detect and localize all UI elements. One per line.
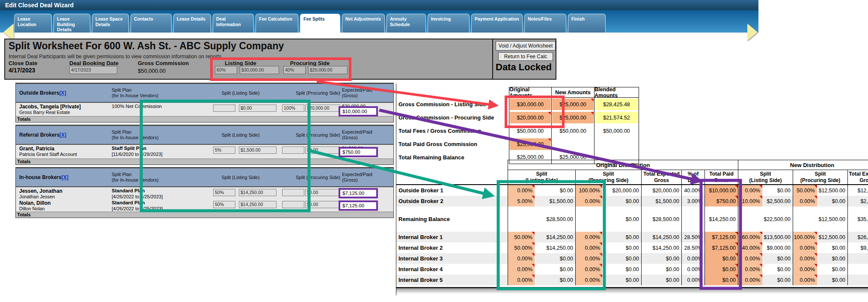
listing-pct-input[interactable]: 5% — [213, 147, 235, 154]
distribution-cell: $28,500.00 — [642, 214, 682, 224]
amounts-cell-value: $25,000.00 — [517, 154, 544, 160]
procuring-pct-input[interactable]: 100% — [282, 105, 304, 112]
tab-net-adjustments[interactable]: Net Adjustments — [342, 14, 385, 33]
spacer-cell — [848, 224, 868, 232]
distribution-cell-value: 0.00% — [800, 266, 815, 272]
distribution-cell: 5.00% — [508, 196, 535, 206]
next-tabs-arrow-icon[interactable] — [747, 24, 758, 41]
column-header-line2: Gross — [714, 177, 729, 184]
tab-invoicing[interactable]: Invoicing — [428, 14, 470, 33]
distribution-row-outside-broker-2: Outside Broker 25.00%$1,500.000.00%$0.00… — [396, 196, 868, 206]
broker-name: Jessen, Jonathan — [19, 188, 62, 194]
listing-amount-input[interactable]: $14,250.00 — [239, 189, 276, 196]
distribution-cell: 0.00% — [682, 264, 705, 275]
listing-split-column-header: Split (Listing Side) — [200, 90, 281, 96]
distribution-cell: $750.00 — [705, 196, 738, 206]
cell-comment-marker-icon — [759, 264, 762, 267]
distribution-cell-value: $14,250.00 — [652, 245, 679, 251]
tab-notes-files[interactable]: Notes/Files — [524, 14, 566, 33]
distribution-row-label: Outside Broker 2 — [396, 196, 508, 206]
procuring-amount-input[interactable]: $0.00 — [305, 189, 340, 196]
distribution-row-label: Outside Broker 1 — [396, 185, 508, 196]
distribution-row-label: Remaining Balance — [396, 214, 508, 224]
amounts-cell-value: $50,000.00 — [559, 128, 586, 134]
tab-annuity-schedule[interactable]: Annuity Schedule — [386, 14, 426, 33]
distribution-column-header: Split(Procuring Side) — [576, 170, 642, 185]
distribution-cell-value: 28.50% — [684, 245, 702, 251]
amounts-cell: $25,000.00 — [509, 138, 552, 151]
column-header-line1: Total Expected — [643, 171, 679, 177]
tab-payment-application[interactable]: Payment Application — [471, 14, 523, 33]
distribution-column-header: Split(Listing Side) — [508, 170, 576, 185]
procuring-pct-input[interactable] — [282, 201, 304, 208]
remove-section-link[interactable]: [X] — [59, 90, 66, 96]
tab-contacts[interactable]: Contacts — [131, 14, 172, 33]
distribution-cell: 0.00% — [793, 275, 817, 285]
procuring-amount-input[interactable]: $0.00 — [305, 147, 340, 154]
broker-subname: Dillon Nolan — [19, 206, 45, 211]
distribution-cell — [576, 214, 602, 224]
cell-comment-marker-icon — [532, 275, 535, 278]
tab-lease-location[interactable]: Lease Location — [14, 14, 52, 33]
distribution-cell: $0.00 — [602, 196, 642, 206]
remove-section-link[interactable]: [X] — [62, 174, 68, 180]
distribution-cell: 0.00% — [576, 253, 602, 264]
distribution-cell: $1,500.00 — [535, 196, 576, 206]
expected-paid-header-line2: (Gross) — [342, 177, 372, 183]
booking-date-input[interactable]: 4/17/2023 — [69, 66, 117, 74]
section-title-text: Referral Brokers — [19, 132, 59, 138]
cell-comment-marker-icon — [591, 99, 594, 102]
tab-fee-splits[interactable]: Fee Splits — [300, 14, 340, 33]
listing-pct-input[interactable]: 60% — [215, 66, 237, 74]
cell-comment-marker-icon — [759, 242, 762, 245]
split-plan-column-header: Split Plan(for In-house Vendors) — [112, 172, 158, 183]
tab-finish[interactable]: Finish — [568, 14, 606, 33]
tab-lease-space-details[interactable]: Lease Space Details — [92, 14, 129, 33]
void-adjust-worksheet-button[interactable]: Void / Adjust Worksheet — [496, 41, 556, 51]
listing-pct-input[interactable]: 50% — [213, 201, 235, 208]
return-to-fee-calc-button[interactable]: Return to Fee Calc — [498, 52, 553, 61]
listing-pct-input[interactable] — [213, 105, 235, 112]
distribution-cell-value: $0.00 — [560, 266, 573, 272]
distribution-cell-value: 0.00% — [745, 266, 760, 272]
distribution-cell: 0.00% — [508, 185, 535, 196]
tab-lease-building-details[interactable]: Lease Building Details — [54, 14, 90, 33]
spacer-cell — [705, 206, 738, 214]
distribution-cell-value: 0.00% — [517, 188, 532, 194]
tab-deal-information[interactable]: Deal Information — [213, 14, 254, 33]
procuring-amount-input[interactable]: $20,000.00 — [305, 105, 340, 112]
distribution-cell-value: $28,500.00 — [546, 216, 573, 222]
broker-name: Nolan, Dillon — [19, 200, 51, 206]
listing-pct-input[interactable]: 50% — [213, 189, 235, 196]
tab-lease-details[interactable]: Lease Details — [173, 14, 211, 33]
procuring-amount-input[interactable]: $0.00 — [305, 201, 340, 208]
column-header-line1: Split — [815, 171, 826, 177]
listing-amount-input[interactable]: $1,500.00 — [239, 147, 276, 154]
procuring-pct-input[interactable]: 40% — [283, 66, 306, 74]
distribution-cell: 50.00% — [508, 242, 535, 253]
section-title: In-house Brokers[X] — [19, 168, 68, 186]
procuring-pct-input[interactable] — [282, 189, 304, 196]
cell-comment-marker-icon — [591, 112, 594, 115]
distribution-spacer-row — [396, 224, 868, 232]
procuring-amount-input[interactable]: $20,000.00 — [308, 66, 348, 74]
cell-comment-marker-icon — [599, 196, 602, 199]
distribution-cell-value: $7,125.00 — [712, 245, 736, 251]
procuring-pct-input[interactable] — [282, 147, 304, 154]
split-plan-column-header: Split Plan(for In-house Vendors) — [112, 129, 158, 141]
expected-paid-header-line1: Expected/Paid — [342, 129, 372, 135]
distribution-cell-value: 10.00% — [742, 198, 760, 204]
listing-amount-input[interactable]: $0.00 — [239, 105, 276, 112]
listing-amount-input[interactable]: $14,250.00 — [239, 201, 276, 208]
listing-amount-input[interactable]: $30,000.00 — [240, 66, 279, 74]
distribution-cell-value: 0.00% — [585, 234, 600, 240]
cell-comment-marker-icon — [735, 232, 738, 235]
prev-tabs-arrow-icon[interactable] — [3, 24, 14, 41]
cell-comment-marker-icon — [599, 232, 602, 235]
distribution-row-label: Internal Broker 3 — [396, 253, 508, 264]
distribution-cell-value: 5.00% — [517, 198, 532, 204]
cell-comment-marker-icon — [735, 275, 738, 278]
tab-fee-calculation[interactable]: Fee Calculation — [256, 14, 298, 33]
remove-section-link[interactable]: [X] — [59, 132, 66, 138]
cell-comment-marker-icon — [532, 196, 535, 199]
